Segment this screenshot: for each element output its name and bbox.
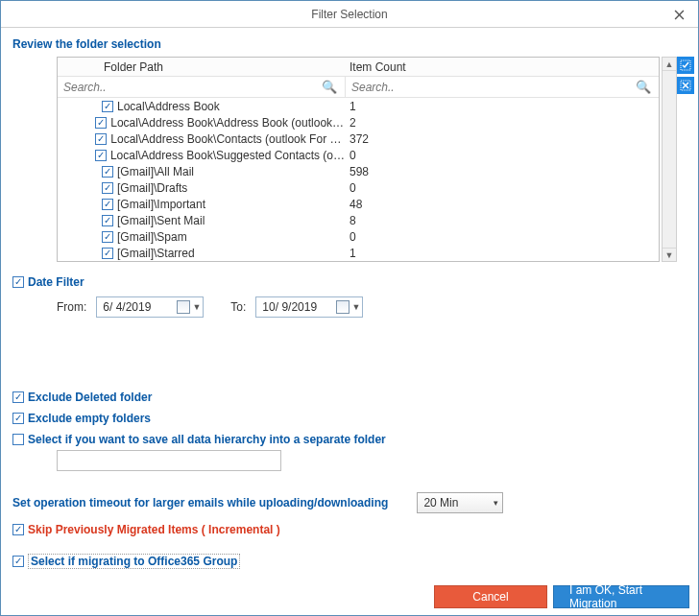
to-date-picker[interactable]: 10/ 9/2019 ▼ (255, 296, 363, 318)
chevron-down-icon: ▼ (351, 302, 360, 312)
row-item-count: 0 (346, 230, 659, 244)
row-folder-path: Local\Address Book\Suggested Contacts (o… (110, 149, 346, 162)
skip-migrated-checkbox[interactable] (12, 524, 24, 535)
row-item-count: 0 (346, 181, 659, 195)
scroll-up-icon[interactable]: ▲ (663, 58, 676, 71)
row-folder-path: [Gmail]\Sent Mail (117, 214, 205, 227)
table-header-row: Folder Path Item Count (58, 58, 659, 77)
from-label: From: (57, 300, 86, 314)
table-row[interactable]: [Gmail]\Starred1 (58, 245, 659, 261)
table-row[interactable]: Local\Address Book\Address Book (outlook… (58, 114, 659, 130)
from-date-value: 6/ 4/2019 (103, 300, 151, 314)
calendar-icon (336, 300, 350, 314)
window-title: Filter Selection (1, 8, 698, 21)
row-checkbox[interactable] (102, 101, 113, 112)
close-icon (674, 10, 685, 20)
select-all-button[interactable] (677, 57, 694, 74)
row-folder-path: Local\Address Book\Address Book (outlook… (110, 116, 346, 130)
save-hierarchy-label: Select if you want to save all data hier… (28, 433, 386, 446)
to-date-value: 10/ 9/2019 (262, 300, 317, 314)
row-item-count: 372 (346, 132, 659, 146)
dialog-footer: Cancel I am OK, Start Migration (434, 585, 689, 608)
from-date-picker[interactable]: 6/ 4/2019 ▼ (96, 296, 204, 318)
chevron-down-icon: ▼ (192, 302, 201, 312)
table-row[interactable]: [Gmail]\Sent Mail8 (58, 212, 659, 228)
table-row[interactable]: Local\Address Book1 (58, 98, 659, 114)
row-item-count: 1 (346, 100, 659, 113)
office365-group-checkbox[interactable] (12, 556, 24, 567)
vertical-scrollbar[interactable]: ▲ ▼ (662, 57, 677, 262)
row-folder-path: Local\Address Book (117, 100, 220, 113)
row-folder-path: [Gmail]\Drafts (117, 181, 187, 195)
chevron-down-icon: ▾ (494, 498, 498, 508)
row-checkbox[interactable] (102, 215, 113, 226)
date-filter-label: Date Filter (28, 275, 84, 289)
titlebar: Filter Selection (1, 1, 698, 28)
exclude-deleted-label: Exclude Deleted folder (28, 391, 152, 404)
timeout-value: 20 Min (423, 496, 458, 509)
start-migration-button[interactable]: I am OK, Start Migration (553, 585, 689, 608)
close-button[interactable] (660, 1, 698, 28)
header-item-count[interactable]: Item Count (346, 60, 659, 74)
timeout-label: Set operation timeout for larger emails … (12, 496, 388, 509)
folder-table: Folder Path Item Count 🔍 🔍 Local\Address… (57, 57, 660, 262)
select-none-button[interactable] (677, 77, 694, 94)
row-checkbox[interactable] (95, 117, 107, 129)
exclude-deleted-checkbox[interactable] (12, 391, 24, 403)
row-folder-path: [Gmail]\Starred (117, 247, 195, 260)
header-folder-path[interactable]: Folder Path (58, 60, 346, 74)
save-hierarchy-checkbox[interactable] (12, 434, 24, 445)
row-folder-path: Local\Address Book\Contacts (outlook For… (110, 132, 346, 146)
office365-group-label: Select if migrating to Office365 Group (28, 554, 240, 569)
review-heading: Review the folder selection (12, 37, 687, 51)
exclude-empty-label: Exclude empty folders (28, 412, 151, 425)
to-label: To: (230, 300, 246, 314)
row-checkbox[interactable] (102, 248, 113, 259)
scroll-down-icon[interactable]: ▼ (663, 248, 676, 261)
search-icon[interactable]: 🔍 (318, 80, 341, 94)
date-range-row: From: 6/ 4/2019 ▼ To: 10/ 9/2019 ▼ (57, 296, 687, 318)
calendar-icon (177, 300, 190, 314)
table-row[interactable]: [Gmail]\All Mail598 (58, 163, 659, 179)
row-folder-path: [Gmail]\All Mail (117, 165, 194, 178)
row-checkbox[interactable] (102, 231, 113, 243)
row-item-count: 8 (346, 214, 659, 227)
timeout-combobox[interactable]: 20 Min ▾ (417, 492, 503, 513)
exclude-empty-checkbox[interactable] (12, 413, 24, 424)
table-search-row: 🔍 🔍 (58, 77, 659, 98)
search-folder-input[interactable] (61, 80, 318, 95)
row-checkbox[interactable] (95, 150, 107, 161)
row-item-count: 2 (346, 116, 659, 130)
hierarchy-folder-input[interactable] (57, 450, 281, 471)
date-filter-checkbox[interactable] (12, 276, 24, 288)
row-folder-path: [Gmail]\Important (117, 198, 205, 211)
row-checkbox[interactable] (102, 199, 113, 210)
table-row[interactable]: [Gmail]\Spam0 (58, 228, 659, 245)
row-checkbox[interactable] (95, 133, 107, 145)
table-row[interactable]: [Gmail]\Drafts0 (58, 179, 659, 196)
row-item-count: 48 (346, 198, 659, 211)
cancel-button[interactable]: Cancel (434, 585, 547, 608)
row-item-count: 0 (346, 149, 659, 162)
search-count-input[interactable] (350, 80, 632, 95)
table-row[interactable]: Local\Address Book\Contacts (outlook For… (58, 130, 659, 147)
search-icon[interactable]: 🔍 (632, 80, 655, 94)
table-row[interactable]: Local\Address Book\Suggested Contacts (o… (58, 147, 659, 163)
row-folder-path: [Gmail]\Spam (117, 230, 187, 244)
row-checkbox[interactable] (102, 166, 113, 178)
table-row[interactable]: [Gmail]\Important48 (58, 196, 659, 212)
row-item-count: 1 (346, 247, 659, 260)
row-checkbox[interactable] (102, 182, 113, 194)
skip-migrated-label: Skip Previously Migrated Items ( Increme… (28, 523, 280, 536)
row-item-count: 598 (346, 165, 659, 178)
